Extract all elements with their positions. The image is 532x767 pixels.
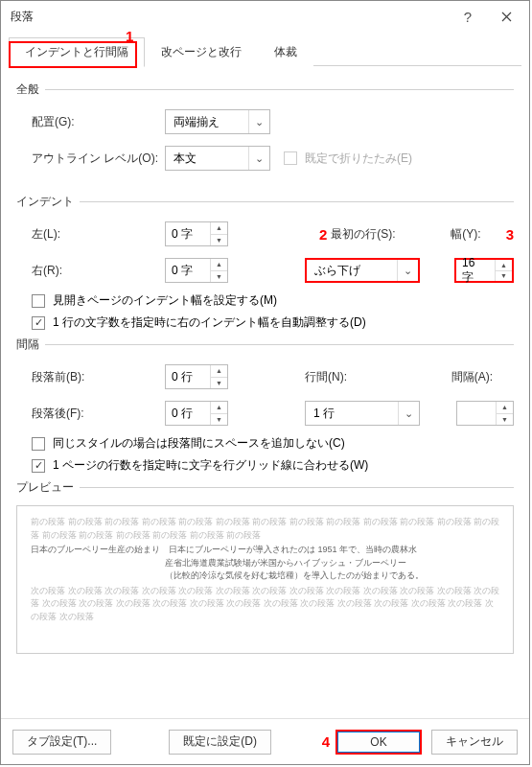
tab-asian-style[interactable]: 体裁 bbox=[258, 37, 313, 66]
chevron-down-icon: ⌄ bbox=[248, 110, 269, 133]
autoindent-checkbox[interactable]: ✓ bbox=[32, 316, 45, 330]
outline-select[interactable]: 本文 ⌄ bbox=[165, 146, 270, 171]
spin-down-icon[interactable]: ▼ bbox=[497, 414, 513, 426]
tab-strip: インデントと行間隔 改ページと改行 体裁 bbox=[1, 35, 529, 66]
spin-down-icon[interactable]: ▼ bbox=[496, 271, 512, 282]
grid-checkbox[interactable]: ✓ bbox=[32, 459, 45, 473]
setdefault-button[interactable]: 既定に設定(D) bbox=[169, 730, 271, 755]
gap-label: 間隔(A): bbox=[451, 369, 493, 385]
nospace-label: 同じスタイルの場合は段落間にスペースを追加しない(C) bbox=[53, 435, 345, 452]
annotation-1: 1 bbox=[126, 28, 133, 44]
tab-page-break[interactable]: 改ページと改行 bbox=[145, 37, 258, 66]
indent-right-spinner[interactable]: 0 字 ▲▼ bbox=[165, 258, 228, 283]
chevron-down-icon: ⌄ bbox=[248, 147, 269, 170]
after-label: 段落後(F): bbox=[16, 406, 165, 422]
spin-down-icon[interactable]: ▼ bbox=[211, 414, 227, 426]
autoindent-label: 1 行の文字数を指定時に右のインデント幅を自動調整する(D) bbox=[53, 314, 366, 331]
grid-label: 1 ページの行数を指定時に文字を行グリッド線に合わせる(W) bbox=[53, 457, 368, 474]
spin-up-icon[interactable]: ▲ bbox=[211, 259, 227, 271]
spin-down-icon[interactable]: ▼ bbox=[211, 271, 227, 283]
annotation-2: 2 bbox=[319, 226, 327, 243]
mirror-label: 見開きページのインデント幅を設定する(M) bbox=[53, 292, 277, 309]
spin-down-icon[interactable]: ▼ bbox=[211, 378, 227, 389]
help-button[interactable]: ? bbox=[449, 2, 487, 31]
indent-left-spinner[interactable]: 0 字 ▲▼ bbox=[165, 221, 228, 246]
close-button[interactable] bbox=[487, 2, 525, 31]
alignment-label: 配置(G): bbox=[16, 114, 165, 130]
dialog-footer: タブ設定(T)... 既定に設定(D) 4 OK キャンセル bbox=[1, 718, 529, 764]
preview-box: 前の段落 前の段落 前の段落 前の段落 前の段落 前の段落 前の段落 前の段落 … bbox=[16, 505, 514, 654]
spin-up-icon[interactable]: ▲ bbox=[211, 222, 227, 235]
annotation-3: 3 bbox=[506, 226, 514, 243]
spin-up-icon[interactable]: ▲ bbox=[211, 402, 227, 414]
group-indent: インデント bbox=[16, 194, 514, 210]
tabstop-button[interactable]: タブ設定(T)... bbox=[12, 730, 111, 755]
spin-up-icon[interactable]: ▲ bbox=[496, 260, 512, 271]
group-general: 全般 bbox=[16, 81, 514, 98]
group-preview: プレビュー bbox=[16, 479, 514, 496]
collapse-checkbox[interactable] bbox=[284, 151, 297, 165]
mirror-checkbox[interactable] bbox=[32, 294, 45, 308]
width-label: 幅(Y): bbox=[451, 226, 480, 243]
gap-spinner[interactable]: ▲▼ bbox=[456, 401, 514, 426]
close-icon bbox=[501, 12, 512, 22]
width-spinner[interactable]: 16 字 ▲▼ bbox=[454, 258, 514, 283]
spin-down-icon[interactable]: ▼ bbox=[211, 235, 227, 246]
before-spinner[interactable]: 0 行 ▲▼ bbox=[165, 364, 228, 389]
firstline-select[interactable]: ぶら下げ ⌄ bbox=[305, 258, 420, 283]
outline-label: アウトライン レベル(O): bbox=[16, 151, 165, 167]
indent-right-label: 右(R): bbox=[16, 263, 165, 279]
dialog-content: 全般 配置(G): 両端揃え ⌄ アウトライン レベル(O): 本文 ⌄ 既定で… bbox=[1, 66, 529, 654]
titlebar: 段落 ? bbox=[1, 1, 529, 32]
collapse-label: 既定で折りたたみ(E) bbox=[305, 151, 412, 167]
dialog-title: 段落 bbox=[11, 9, 449, 25]
alignment-select[interactable]: 両端揃え ⌄ bbox=[165, 109, 270, 134]
spin-up-icon[interactable]: ▲ bbox=[211, 365, 227, 378]
group-spacing: 間隔 bbox=[16, 337, 514, 353]
indent-left-label: 左(L): bbox=[16, 226, 165, 243]
chevron-down-icon: ⌄ bbox=[397, 260, 418, 281]
firstline-label: 最初の行(S): bbox=[331, 226, 395, 243]
ok-button[interactable]: OK bbox=[335, 730, 422, 755]
nospace-checkbox[interactable] bbox=[32, 437, 45, 451]
cancel-button[interactable]: キャンセル bbox=[431, 730, 518, 755]
after-spinner[interactable]: 0 行 ▲▼ bbox=[165, 401, 228, 426]
paragraph-dialog: 段落 ? インデントと行間隔 改ページと改行 体裁 1 全般 配置(G): 両端… bbox=[0, 0, 530, 765]
spin-up-icon[interactable]: ▲ bbox=[497, 402, 513, 414]
chevron-down-icon: ⌄ bbox=[398, 402, 419, 425]
linespacing-select[interactable]: 1 行 ⌄ bbox=[305, 401, 420, 426]
linespacing-label: 行間(N): bbox=[305, 369, 347, 385]
before-label: 段落前(B): bbox=[16, 369, 165, 385]
tab-indent-spacing[interactable]: インデントと行間隔 bbox=[9, 37, 145, 67]
annotation-4: 4 bbox=[322, 733, 330, 750]
